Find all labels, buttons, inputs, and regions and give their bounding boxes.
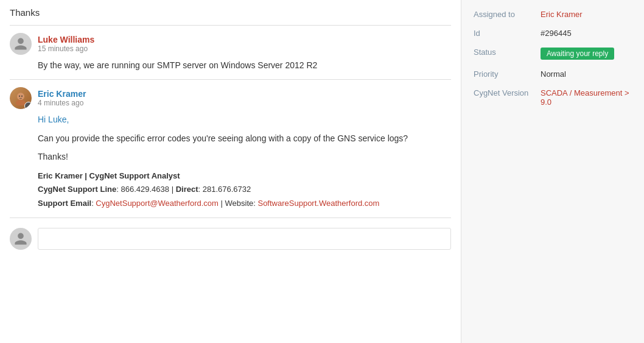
message-block-luke: Luke Williams 15 minutes ago By the way,… (10, 33, 451, 72)
priority-value: Normal (541, 69, 566, 79)
message-body-luke: By the way, we are running our SMTP serv… (10, 58, 451, 72)
message-header-luke: Luke Williams 15 minutes ago (10, 33, 451, 55)
sig-name: Eric Kramer | CygNet Support Analyst (38, 171, 180, 180)
sig-website-link[interactable]: SoftwareSupport.Weatherford.com (257, 199, 379, 208)
agent-badge-icon: ★ (26, 104, 32, 109)
agent-badge: ★ (24, 102, 32, 109)
sig-website-sep: | Website: (219, 199, 258, 208)
priority-label: Priority (474, 69, 541, 79)
cygnet-version-value: SCADA / Measurement > 9.0 (541, 88, 632, 107)
status-row: Status Awaiting your reply (474, 48, 632, 60)
svg-point-2 (19, 96, 20, 97)
eric-greeting: Hi Luke, (38, 113, 451, 126)
sender-name-eric: Eric Kramer (38, 89, 86, 99)
avatar-luke (10, 33, 32, 55)
eric-thanks: Thanks! (38, 150, 451, 163)
user-icon (13, 37, 28, 51)
assigned-to-value: Eric Kramer (541, 10, 583, 19)
main-content: Thanks Luke Williams 15 minutes ago By t… (0, 0, 461, 343)
message-block-eric: ★ Eric Kramer 4 minutes ago Hi Luke, Can… (10, 87, 451, 210)
message-body-eric: Hi Luke, Can you provide the specific er… (10, 113, 451, 210)
id-row: Id #296445 (474, 29, 632, 38)
sig-support-num: : 866.429.4638 | (116, 185, 175, 194)
sig-email-link[interactable]: CygNetSupport@Weatherford.com (96, 199, 219, 208)
sidebar: Assigned to Eric Kramer Id #296445 Statu… (461, 0, 644, 343)
avatar-reply-user (10, 228, 32, 250)
assigned-to-label: Assigned to (474, 10, 541, 19)
message-time-eric: 4 minutes ago (38, 99, 86, 107)
reply-input[interactable] (38, 228, 451, 250)
sig-direct-num: : 281.676.6732 (198, 185, 251, 194)
sig-line1: Eric Kramer | CygNet Support Analyst (38, 170, 451, 183)
sender-info-eric: Eric Kramer 4 minutes ago (38, 89, 86, 107)
ticket-title: Thanks (10, 7, 451, 18)
avatar-eric: ★ (10, 87, 32, 109)
sig-line3: Support Email: CygNetSupport@Weatherford… (38, 197, 451, 210)
status-badge: Awaiting your reply (541, 48, 614, 60)
sender-name-luke: Luke Williams (38, 35, 94, 44)
sender-info-luke: Luke Williams 15 minutes ago (38, 35, 94, 53)
message-time-luke: 15 minutes ago (38, 44, 94, 53)
eric-question: Can you provide the specific error codes… (38, 132, 451, 145)
sig-direct-label: Direct (176, 185, 198, 194)
priority-row: Priority Normal (474, 69, 632, 79)
sig-email-label: Support Email (38, 199, 91, 208)
signature: Eric Kramer | CygNet Support Analyst Cyg… (38, 170, 451, 210)
cygnet-version-row: CygNet Version SCADA / Measurement > 9.0 (474, 88, 632, 107)
status-label: Status (474, 48, 541, 57)
cygnet-version-label: CygNet Version (474, 88, 541, 97)
reply-user-icon (13, 232, 28, 246)
sig-line2: CygNet Support Line: 866.429.4638 | Dire… (38, 183, 451, 196)
reply-area (10, 225, 451, 250)
id-value: #296445 (541, 29, 572, 38)
svg-point-3 (21, 96, 23, 97)
svg-text:★: ★ (27, 104, 30, 108)
svg-point-0 (17, 93, 24, 101)
luke-message-text: By the way, we are running our SMTP serv… (38, 58, 451, 72)
sig-support-label: CygNet Support Line (38, 185, 116, 194)
message-header-eric: ★ Eric Kramer 4 minutes ago (10, 87, 451, 109)
id-label: Id (474, 29, 541, 38)
assigned-to-row: Assigned to Eric Kramer (474, 10, 632, 19)
